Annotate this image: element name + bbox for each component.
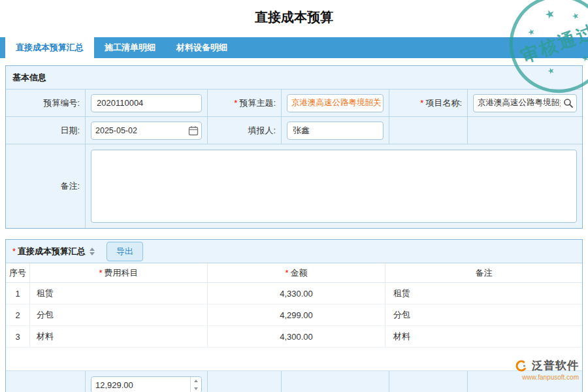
header-amount: * 金额 bbox=[208, 263, 385, 282]
tab-material-equipment-detail[interactable]: 材料设备明细 bbox=[166, 37, 238, 58]
star-icon bbox=[527, 28, 536, 37]
sort-icon[interactable] bbox=[90, 248, 95, 255]
empty-cell bbox=[468, 117, 582, 144]
budget-no-label: 预算编号: bbox=[6, 90, 86, 117]
row-remark: 分包 bbox=[385, 304, 582, 325]
form-row-remark: 备注: bbox=[6, 144, 582, 228]
basic-info-section-title: 基本信息 bbox=[6, 66, 582, 90]
table-footer-row bbox=[6, 371, 582, 392]
date-label: 日期: bbox=[6, 117, 86, 144]
summary-header: * 直接成本预算汇总 导出 bbox=[6, 240, 582, 263]
total-amount-input[interactable] bbox=[91, 377, 190, 392]
summary-panel: * 直接成本预算汇总 导出 序号 * 费用科目 * 金额 bbox=[5, 239, 583, 392]
table-row[interactable]: 3 材料 4,300.00 材料 bbox=[6, 326, 582, 348]
reporter-label: 填报人: bbox=[208, 117, 282, 144]
tab-direct-cost-summary[interactable]: 直接成本预算汇总 bbox=[5, 37, 94, 58]
table-row[interactable]: 2 分包 4,299.00 分包 bbox=[6, 304, 582, 326]
summary-table: 序号 * 费用科目 * 金额 备注 1 租赁 4,330.00 租赁 bbox=[6, 263, 582, 392]
page-title: 直接成本预算 bbox=[0, 0, 588, 26]
budget-subject-link[interactable]: 京港澳高速公路粤境韶关 bbox=[287, 94, 384, 112]
remark-label: 备注: bbox=[6, 144, 86, 228]
form-row-1: 预算编号: * 预算主题: 京港澳高速公路粤境韶关 * 项目名称: bbox=[6, 90, 582, 117]
row-remark: 租赁 bbox=[385, 283, 582, 304]
row-amount: 4,300.00 bbox=[208, 326, 385, 347]
footer-empty-cell bbox=[6, 371, 86, 392]
budget-subject-label: * 预算主题: bbox=[208, 90, 282, 117]
footer-empty-cell bbox=[389, 371, 468, 392]
footer-empty-cell bbox=[208, 371, 282, 392]
stepper-up-button[interactable] bbox=[191, 377, 201, 385]
required-marker: * bbox=[285, 268, 288, 278]
vendor-logo-icon bbox=[515, 359, 528, 372]
project-name-input[interactable] bbox=[473, 94, 577, 112]
footer-total-cell bbox=[86, 371, 208, 392]
row-no: 3 bbox=[6, 326, 30, 347]
required-marker: * bbox=[420, 98, 423, 108]
form-row-2: 日期: 填报人: bbox=[6, 117, 582, 144]
total-amount-stepper[interactable] bbox=[91, 376, 202, 392]
vendor-name: 泛普软件 bbox=[532, 358, 579, 373]
row-no: 1 bbox=[6, 283, 30, 304]
stepper-arrows bbox=[190, 377, 201, 392]
row-amount: 4,299.00 bbox=[208, 304, 385, 325]
calendar-icon[interactable] bbox=[188, 125, 199, 136]
project-name-label: * 项目名称: bbox=[389, 90, 468, 117]
header-remark: 备注 bbox=[385, 263, 582, 282]
table-row[interactable]: 1 租赁 4,330.00 租赁 bbox=[6, 283, 582, 304]
date-input[interactable] bbox=[91, 122, 202, 140]
required-marker: * bbox=[12, 246, 16, 256]
row-amount: 4,330.00 bbox=[208, 283, 385, 304]
export-button[interactable]: 导出 bbox=[106, 242, 143, 261]
vendor-logo: 泛普软件 www.fanpusoft.com bbox=[515, 358, 579, 381]
reporter-input[interactable] bbox=[287, 122, 384, 140]
table-empty-area bbox=[6, 348, 582, 371]
row-remark: 材料 bbox=[385, 326, 582, 347]
project-name-cell bbox=[468, 90, 582, 117]
budget-subject-cell: 京港澳高速公路粤境韶关 bbox=[282, 90, 389, 117]
summary-title: 直接成本预算汇总 bbox=[18, 246, 86, 257]
vendor-site-url[interactable]: www.fanpusoft.com bbox=[515, 374, 579, 381]
date-cell bbox=[86, 117, 208, 144]
empty-cell bbox=[389, 117, 468, 144]
tab-bar: 直接成本预算汇总 施工清单明细 材料设备明细 bbox=[0, 37, 588, 58]
row-subject: 租赁 bbox=[30, 283, 208, 304]
budget-no-cell bbox=[86, 90, 208, 117]
row-subject: 分包 bbox=[30, 304, 208, 325]
row-subject: 材料 bbox=[30, 326, 208, 347]
table-header-row: 序号 * 费用科目 * 金额 备注 bbox=[6, 263, 582, 283]
required-marker: * bbox=[234, 98, 237, 108]
footer-empty-cell bbox=[282, 371, 389, 392]
search-icon[interactable] bbox=[563, 98, 574, 108]
required-marker: * bbox=[99, 268, 102, 278]
remark-textarea[interactable] bbox=[91, 150, 577, 223]
header-no: 序号 bbox=[6, 263, 30, 282]
remark-cell bbox=[86, 144, 582, 228]
row-no: 2 bbox=[6, 304, 30, 325]
header-subject: * 费用科目 bbox=[30, 263, 208, 282]
page: 直接成本预算 审核通过 直接成本预算汇总 施工清单明细 材料设备明细 基本信息 … bbox=[0, 0, 588, 392]
basic-info-panel: 基本信息 预算编号: * 预算主题: 京港澳高速公路粤境韶关 * 项目名称: bbox=[5, 65, 583, 229]
reporter-cell bbox=[282, 117, 389, 144]
tab-construction-list-detail[interactable]: 施工清单明细 bbox=[94, 37, 166, 58]
stepper-down-button[interactable] bbox=[191, 385, 201, 392]
budget-no-input[interactable] bbox=[91, 94, 202, 112]
